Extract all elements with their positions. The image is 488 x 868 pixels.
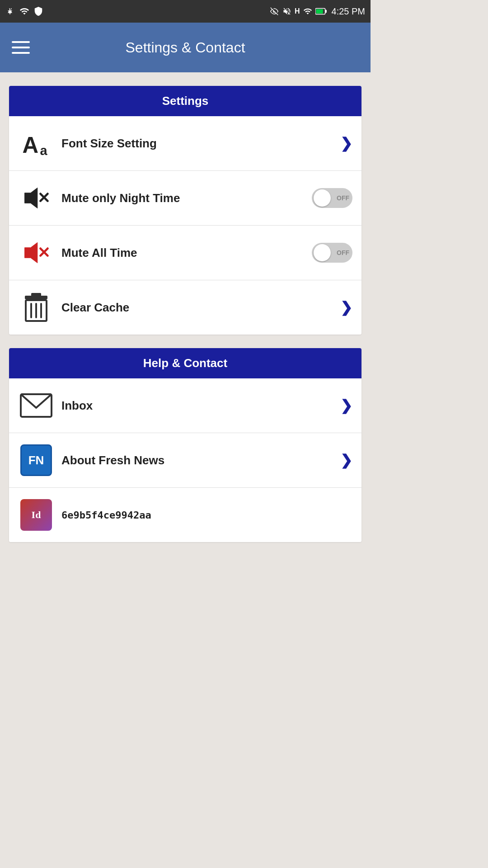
font-size-icon: A a	[18, 125, 54, 161]
inbox-label: Inbox	[61, 399, 340, 413]
clear-cache-item[interactable]: Clear Cache ❯	[9, 280, 361, 335]
svg-text:A: A	[22, 132, 38, 157]
mute-night-item[interactable]: Mute only Night Time OFF	[9, 171, 361, 226]
fn-icon-container: FN	[18, 442, 54, 478]
mute-all-item[interactable]: Mute All Time OFF	[9, 226, 361, 280]
clear-cache-chevron: ❯	[340, 299, 352, 316]
hamburger-line-1	[12, 41, 30, 43]
settings-section: Settings A a Font Size Setting ❯	[9, 86, 361, 335]
time-display: 4:25 PM	[332, 6, 365, 17]
mute-all-toggle[interactable]: OFF	[312, 243, 352, 263]
hamburger-line-3	[12, 52, 30, 54]
help-contact-section-header: Help & Contact	[9, 348, 361, 378]
envelope-svg	[20, 392, 52, 419]
fn-icon: FN	[20, 444, 52, 476]
hamburger-menu-button[interactable]	[7, 32, 39, 63]
id-icon: Id	[20, 499, 52, 531]
page-title: Settings & Contact	[39, 39, 363, 56]
status-bar: H 4:25 PM	[0, 0, 371, 23]
mute-night-label: Mute only Night Time	[61, 191, 312, 205]
mute-all-svg	[21, 239, 51, 266]
font-size-setting-item[interactable]: A a Font Size Setting ❯	[9, 116, 361, 171]
signal-icon	[303, 7, 313, 16]
envelope-icon	[18, 387, 54, 424]
font-size-chevron: ❯	[340, 135, 352, 152]
about-fn-label: About Fresh News	[61, 453, 340, 467]
svg-marker-5	[25, 188, 38, 208]
about-fresh-news-item[interactable]: FN About Fresh News ❯	[9, 433, 361, 488]
mute-night-icon	[18, 180, 54, 216]
status-icons-left	[5, 6, 43, 16]
trash-svg	[22, 292, 50, 323]
svg-text:a: a	[40, 143, 48, 158]
usb-icon	[5, 6, 15, 16]
mute-night-toggle[interactable]: OFF	[312, 188, 352, 208]
inbox-item[interactable]: Inbox ❯	[9, 378, 361, 433]
toggle-off-label-2: OFF	[337, 249, 349, 256]
font-size-svg: A a	[21, 128, 52, 159]
mute-icon	[282, 7, 292, 16]
battery-icon	[315, 7, 327, 15]
id-icon-container: Id	[18, 497, 54, 533]
mute-all-icon	[18, 235, 54, 271]
toggle-off-label: OFF	[337, 194, 349, 202]
mute-all-label: Mute All Time	[61, 246, 312, 260]
settings-section-header: Settings	[9, 86, 361, 116]
svg-rect-2	[325, 10, 326, 13]
help-contact-section: Help & Contact Inbox ❯ FN About Fresh Ne…	[9, 348, 361, 542]
wifi-icon	[19, 6, 30, 16]
svg-rect-1	[316, 9, 323, 14]
toggle-knob	[314, 189, 331, 207]
clear-cache-label: Clear Cache	[61, 301, 340, 315]
mute-night-svg	[21, 184, 51, 212]
hamburger-line-2	[12, 47, 30, 48]
about-fn-chevron: ❯	[340, 452, 352, 469]
app-header: Settings & Contact	[0, 23, 371, 72]
svg-rect-12	[31, 293, 41, 297]
font-size-label: Font Size Setting	[61, 137, 340, 151]
toggle-knob-2	[314, 244, 331, 261]
device-id-item: Id 6e9b5f4ce9942aa	[9, 488, 361, 542]
device-id-label: 6e9b5f4ce9942aa	[61, 509, 151, 521]
inbox-chevron: ❯	[340, 397, 352, 414]
main-content: Settings A a Font Size Setting ❯	[0, 72, 371, 556]
trash-icon	[18, 289, 54, 326]
h-signal-icon: H	[295, 7, 300, 15]
eye-off-icon	[269, 7, 279, 15]
security-icon	[33, 6, 43, 16]
svg-marker-8	[25, 242, 38, 263]
status-icons-right: H 4:25 PM	[269, 6, 365, 17]
